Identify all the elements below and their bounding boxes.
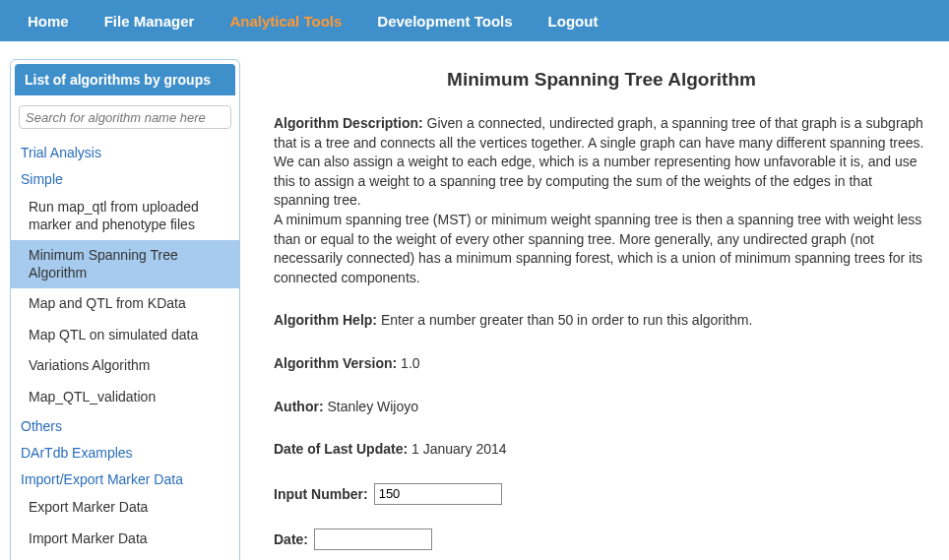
algo-variations[interactable]: Variations Algorithm <box>11 350 239 382</box>
nav-analytical-tools[interactable]: Analytical Tools <box>212 1 359 41</box>
group-others[interactable]: Others <box>11 412 239 439</box>
author-text: Stanley Wijoyo <box>324 399 418 414</box>
nav-file-manager[interactable]: File Manager <box>87 1 213 41</box>
last-update-label: Date of Last Update: <box>274 441 408 457</box>
algo-map-qtl-validation[interactable]: Map_QTL_validation <box>11 382 239 413</box>
group-dartdb[interactable]: DArTdb Examples <box>11 439 239 466</box>
algo-mst[interactable]: Minimum Spanning Tree Algorithm <box>11 240 239 288</box>
group-list: Trial Analysis Simple Run map_qtl from u… <box>11 137 239 560</box>
search-box <box>19 105 231 129</box>
page-title: Minimum Spanning Tree Algorithm <box>274 69 929 91</box>
nav-development-tools[interactable]: Development Tools <box>359 1 530 41</box>
version-text: 1.0 <box>397 355 419 371</box>
desc-text-2: A minimum spanning tree (MST) or minimum… <box>274 212 922 285</box>
algorithm-help: Algorithm Help: Enter a number greater t… <box>274 311 929 331</box>
group-trial-analysis[interactable]: Trial Analysis <box>11 139 239 165</box>
input-date-label: Date: <box>274 531 308 547</box>
algo-map-qtl-simulated[interactable]: Map QTL on simulated data <box>11 320 239 351</box>
search-input[interactable] <box>19 105 231 129</box>
desc-label: Algorithm Description: <box>274 115 423 131</box>
algo-import-marker[interactable]: Import Marker Data <box>11 524 239 555</box>
main-container: List of algorithms by groups Trial Analy… <box>0 41 949 560</box>
input-number-label: Input Number: <box>274 486 368 502</box>
algo-export-marker[interactable]: Export Marker Data <box>11 492 239 524</box>
algorithm-last-update: Date of Last Update: 1 January 2014 <box>274 440 929 460</box>
sidebar-header: List of algorithms by groups <box>15 64 235 95</box>
input-number-row: Input Number: <box>274 483 929 505</box>
help-text: Enter a number greater than 50 in order … <box>377 312 752 328</box>
group-simulation[interactable]: Simulation_data <box>11 554 239 560</box>
nav-logout[interactable]: Logout <box>531 1 616 41</box>
algorithm-description: Algorithm Description: Given a connected… <box>274 114 929 287</box>
nav-home[interactable]: Home <box>10 1 87 41</box>
algorithm-author: Author: Stanley Wijoyo <box>274 398 929 417</box>
algorithm-version: Algorithm Version: 1.0 <box>274 354 929 374</box>
group-import-export[interactable]: Import/Export Marker Data <box>11 466 239 492</box>
author-label: Author: <box>274 399 324 414</box>
version-label: Algorithm Version: <box>274 355 397 371</box>
main-content: Minimum Spanning Tree Algorithm Algorith… <box>274 59 949 560</box>
input-date-row: Date: <box>274 529 929 550</box>
algo-map-qtl-kdata[interactable]: Map and QTL from KData <box>11 288 239 320</box>
help-label: Algorithm Help: <box>274 312 377 328</box>
last-update-text: 1 January 2014 <box>408 441 506 457</box>
navbar: Home File Manager Analytical Tools Devel… <box>0 0 949 41</box>
input-date-field[interactable] <box>314 529 432 550</box>
group-simple[interactable]: Simple <box>11 165 239 192</box>
sidebar: List of algorithms by groups Trial Analy… <box>10 59 240 560</box>
algo-run-map-qtl[interactable]: Run map_qtl from uploaded marker and phe… <box>11 192 239 240</box>
input-number-field[interactable] <box>374 483 502 505</box>
